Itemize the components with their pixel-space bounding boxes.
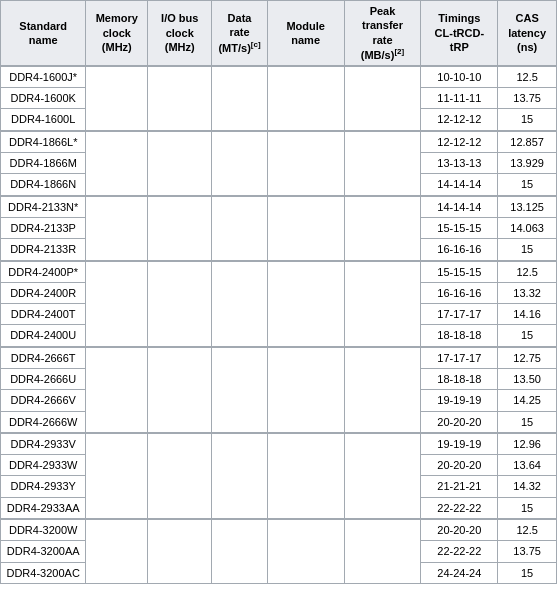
table-row: DDR4-2400P*15-15-1512.5 [1, 261, 557, 283]
cell-iobus [148, 131, 212, 196]
cell-module [267, 66, 344, 131]
header-memclock: Memory clock(MHz) [86, 1, 148, 66]
cell-timings: 17-17-17 [421, 304, 498, 325]
cell-standard: DDR4-2400R [1, 282, 86, 303]
table-row: DDR4-2133N*14-14-1413.125 [1, 196, 557, 218]
cell-cas: 13.75 [498, 541, 557, 562]
cell-timings: 16-16-16 [421, 239, 498, 261]
cell-memclock [86, 131, 148, 196]
cell-timings: 18-18-18 [421, 325, 498, 347]
cell-standard: DDR4-2933W [1, 455, 86, 476]
cell-memclock [86, 196, 148, 261]
cell-timings: 10-10-10 [421, 66, 498, 88]
cell-memclock [86, 433, 148, 519]
header-module: Modulename [267, 1, 344, 66]
cell-timings: 20-20-20 [421, 455, 498, 476]
cell-standard: DDR4-2666W [1, 411, 86, 433]
cell-cas: 14.32 [498, 476, 557, 497]
cell-timings: 13-13-13 [421, 153, 498, 174]
cell-standard: DDR4-1866N [1, 174, 86, 196]
cell-timings: 24-24-24 [421, 562, 498, 583]
cell-module [267, 131, 344, 196]
cell-cas: 14.063 [498, 217, 557, 238]
cell-memclock [86, 347, 148, 433]
cell-datarate [212, 66, 267, 131]
header-datarate: Data rate(MT/s)[c] [212, 1, 267, 66]
cell-standard: DDR4-2400T [1, 304, 86, 325]
cell-memclock [86, 519, 148, 583]
cell-timings: 20-20-20 [421, 519, 498, 541]
table-row: DDR4-1600J*10-10-1012.5 [1, 66, 557, 88]
cell-iobus [148, 433, 212, 519]
cell-peaktransfer [344, 196, 421, 261]
cell-cas: 15 [498, 239, 557, 261]
cell-cas: 12.857 [498, 131, 557, 153]
cell-cas: 13.75 [498, 88, 557, 109]
cell-cas: 15 [498, 562, 557, 583]
cell-standard: DDR4-2133N* [1, 196, 86, 218]
cell-iobus [148, 519, 212, 583]
cell-memclock [86, 66, 148, 131]
header-iobus: I/O bus clock(MHz) [148, 1, 212, 66]
cell-module [267, 196, 344, 261]
cell-peaktransfer [344, 261, 421, 347]
cell-module [267, 519, 344, 583]
cell-memclock [86, 261, 148, 347]
cell-standard: DDR4-1866M [1, 153, 86, 174]
cell-standard: DDR4-2133P [1, 217, 86, 238]
cell-timings: 18-18-18 [421, 369, 498, 390]
cell-cas: 14.16 [498, 304, 557, 325]
cell-cas: 15 [498, 174, 557, 196]
cell-standard: DDR4-2400U [1, 325, 86, 347]
table-row: DDR4-2933V19-19-1912.96 [1, 433, 557, 455]
cell-module [267, 261, 344, 347]
cell-cas: 13.929 [498, 153, 557, 174]
cell-standard: DDR4-2933V [1, 433, 86, 455]
cell-timings: 12-12-12 [421, 109, 498, 131]
header-cas: CASlatency(ns) [498, 1, 557, 66]
cell-datarate [212, 433, 267, 519]
cell-standard: DDR4-2666V [1, 390, 86, 411]
cell-peaktransfer [344, 66, 421, 131]
cell-datarate [212, 347, 267, 433]
cell-standard: DDR4-1600K [1, 88, 86, 109]
cell-timings: 14-14-14 [421, 196, 498, 218]
cell-standard: DDR4-3200AA [1, 541, 86, 562]
cell-standard: DDR4-2666U [1, 369, 86, 390]
cell-module [267, 433, 344, 519]
ddr4-specs-table: Standardname Memory clock(MHz) I/O bus c… [0, 0, 557, 584]
cell-timings: 15-15-15 [421, 217, 498, 238]
table-row: DDR4-1866L*12-12-1212.857 [1, 131, 557, 153]
cell-timings: 21-21-21 [421, 476, 498, 497]
cell-iobus [148, 261, 212, 347]
cell-standard: DDR4-1866L* [1, 131, 86, 153]
cell-datarate [212, 519, 267, 583]
cell-timings: 15-15-15 [421, 261, 498, 283]
cell-iobus [148, 66, 212, 131]
cell-timings: 16-16-16 [421, 282, 498, 303]
header-peaktransfer: Peak transferrate(MB/s)[2] [344, 1, 421, 66]
cell-peaktransfer [344, 519, 421, 583]
cell-timings: 19-19-19 [421, 433, 498, 455]
cell-cas: 13.64 [498, 455, 557, 476]
cell-cas: 13.125 [498, 196, 557, 218]
cell-cas: 15 [498, 411, 557, 433]
cell-standard: DDR4-2400P* [1, 261, 86, 283]
cell-standard: DDR4-1600J* [1, 66, 86, 88]
cell-module [267, 347, 344, 433]
cell-cas: 13.50 [498, 369, 557, 390]
header-timings: TimingsCL-tRCD-tRP [421, 1, 498, 66]
cell-timings: 12-12-12 [421, 131, 498, 153]
cell-timings: 17-17-17 [421, 347, 498, 369]
cell-standard: DDR4-3200W [1, 519, 86, 541]
cell-standard: DDR4-1600L [1, 109, 86, 131]
cell-standard: DDR4-2933AA [1, 497, 86, 519]
cell-peaktransfer [344, 131, 421, 196]
cell-standard: DDR4-2133R [1, 239, 86, 261]
cell-cas: 12.5 [498, 519, 557, 541]
cell-cas: 13.32 [498, 282, 557, 303]
cell-iobus [148, 347, 212, 433]
header-row: Standardname Memory clock(MHz) I/O bus c… [1, 1, 557, 66]
cell-timings: 11-11-11 [421, 88, 498, 109]
cell-datarate [212, 196, 267, 261]
